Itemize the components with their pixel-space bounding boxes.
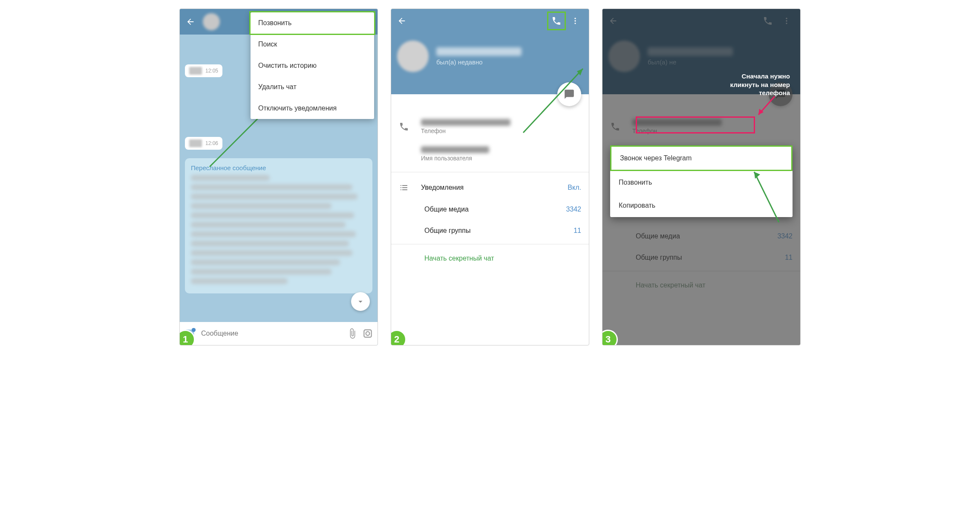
message-time: 12:06: [205, 140, 218, 146]
media-thumb: [189, 139, 202, 147]
menu-call[interactable]: Позвонить: [249, 11, 375, 35]
annotation-text: Сначала нужно кликнуть на номер телефона: [730, 72, 790, 97]
overflow-menu: Позвонить Поиск Очистить историю Удалить…: [251, 12, 374, 119]
media-label: Общие медиа: [424, 206, 469, 213]
ctx-copy[interactable]: Копировать: [610, 194, 793, 217]
username-label: Имя пользователя: [421, 155, 489, 162]
phone-label: Телефон: [421, 128, 510, 134]
profile-avatar[interactable]: [397, 41, 429, 72]
menu-clear-history[interactable]: Очистить историю: [251, 55, 374, 76]
menu-delete-chat[interactable]: Удалить чат: [251, 76, 374, 98]
menu-search[interactable]: Поиск: [251, 34, 374, 55]
forwarded-label: Пересланное сообщение: [191, 164, 366, 171]
screenshot-3: был(а) не Телефон Общие медиа 3342 Общие…: [602, 9, 801, 345]
svg-point-8: [574, 23, 576, 24]
profile-name: [436, 47, 522, 56]
svg-point-6: [574, 18, 576, 19]
scroll-down-button[interactable]: [351, 292, 370, 311]
ctx-telegram-call[interactable]: Звонок через Telegram: [610, 145, 793, 171]
context-menu: Звонок через Telegram Позвонить Копирова…: [610, 145, 793, 217]
message-bubble[interactable]: 12:05: [185, 64, 222, 77]
screenshot-2: был(а) недавно Телефон Имя пользователя …: [391, 9, 589, 345]
notifications-row[interactable]: Уведомления Вкл.: [391, 177, 589, 199]
menu-mute[interactable]: Отключить уведомления: [251, 98, 374, 119]
list-icon: [399, 183, 409, 193]
phone-row[interactable]: Телефон: [391, 113, 589, 140]
profile-status: был(а) недавно: [436, 58, 522, 66]
back-arrow-icon[interactable]: [397, 16, 406, 26]
svg-point-7: [574, 20, 576, 21]
message-input-bar: [180, 322, 378, 345]
notifications-label: Уведомления: [421, 184, 464, 191]
notifications-value: Вкл.: [568, 184, 581, 191]
secret-chat-button[interactable]: Начать секретный чат: [391, 247, 589, 270]
message-input[interactable]: [201, 330, 343, 337]
contact-avatar[interactable]: [203, 13, 220, 30]
message-bubble[interactable]: 12:06: [185, 137, 222, 150]
chat-icon: [564, 89, 575, 100]
phone-icon: [551, 16, 562, 26]
chevron-down-icon: [356, 297, 365, 306]
media-thumb: [189, 67, 202, 75]
groups-row[interactable]: Общие группы 11: [391, 220, 589, 241]
chat-fab-button[interactable]: [557, 82, 581, 106]
forwarded-message[interactable]: Пересланное сообщение: [185, 158, 372, 293]
profile-header: был(а) недавно: [391, 9, 589, 94]
media-value: 3342: [566, 206, 581, 213]
mic-icon[interactable]: [362, 328, 373, 339]
phone-icon: [399, 122, 409, 132]
media-row[interactable]: Общие медиа 3342: [391, 199, 589, 220]
step-badge: 2: [391, 330, 406, 345]
screenshot-1: Позвонить Поиск Очистить историю Удалить…: [179, 9, 378, 345]
profile-body: Телефон Имя пользователя Уведомления Вкл…: [391, 94, 589, 270]
svg-point-3: [366, 332, 370, 336]
username-value: [421, 146, 489, 153]
ctx-call[interactable]: Позвонить: [610, 171, 793, 194]
attach-icon[interactable]: [347, 328, 358, 339]
profile-info: был(а) недавно: [397, 41, 583, 72]
groups-label: Общие группы: [424, 227, 470, 235]
svg-rect-2: [364, 330, 371, 337]
back-arrow-icon[interactable]: [186, 17, 195, 26]
svg-point-1: [192, 328, 196, 332]
dots-vertical-icon: [571, 17, 579, 25]
groups-value: 11: [574, 227, 581, 235]
phone-highlight-box: [636, 116, 755, 133]
message-time: 12:05: [205, 68, 218, 74]
more-button[interactable]: [568, 13, 583, 29]
username-row[interactable]: Имя пользователя: [391, 140, 589, 168]
call-button[interactable]: [547, 12, 566, 30]
phone-value: [421, 119, 510, 126]
